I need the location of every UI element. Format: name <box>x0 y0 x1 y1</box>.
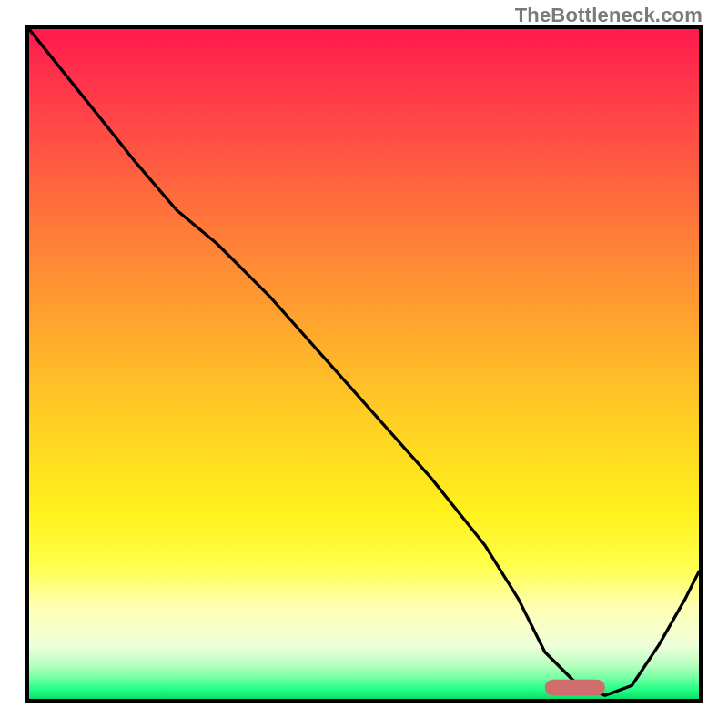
watermark-text: TheBottleneck.com <box>515 4 703 27</box>
optimal-marker <box>545 680 605 696</box>
chart-curve <box>29 29 699 695</box>
chart-frame <box>25 25 703 703</box>
chart-plot <box>29 29 699 699</box>
chart-container: TheBottleneck.com <box>0 0 728 728</box>
